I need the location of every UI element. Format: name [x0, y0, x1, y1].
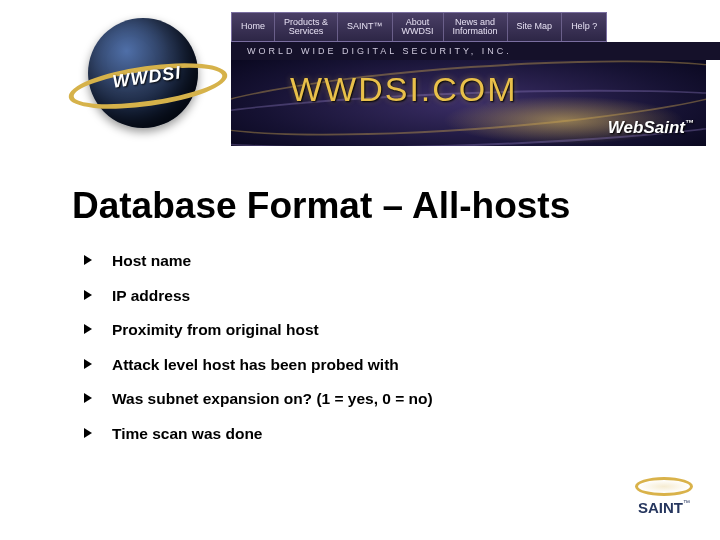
websaint-label: WebSaint™	[608, 118, 694, 138]
list-item: IP address	[84, 287, 433, 305]
nav-help[interactable]: Help ?	[562, 13, 606, 41]
nav-sitemap[interactable]: Site Map	[508, 13, 563, 41]
bullet-list: Host name IP address Proximity from orig…	[84, 252, 433, 459]
list-item: Attack level host has been probed with	[84, 356, 433, 374]
nav-news[interactable]: News and Information	[444, 13, 508, 41]
top-nav: Home Products & Services SAINT™ About WW…	[231, 12, 607, 42]
nav-products-services[interactable]: Products & Services	[275, 13, 338, 41]
page-title: Database Format – All-hosts	[72, 185, 570, 227]
list-item: Proximity from original host	[84, 321, 433, 339]
trademark-symbol: ™	[685, 118, 694, 128]
globe-logo: WWDSI	[78, 8, 208, 138]
saint-logo-label: SAINT	[638, 499, 683, 516]
trademark-symbol: ™	[683, 499, 690, 506]
halo-icon	[635, 477, 693, 496]
company-tagline: WORLD WIDE DIGITAL SECURITY, INC.	[231, 42, 720, 60]
nav-home[interactable]: Home	[232, 13, 275, 41]
domain-label: WWDSI.COM	[290, 70, 518, 109]
nav-saint[interactable]: SAINT™	[338, 13, 393, 41]
websaint-text: WebSaint	[608, 118, 685, 137]
list-item: Time scan was done	[84, 425, 433, 443]
nav-about[interactable]: About WWDSI	[393, 13, 444, 41]
saint-footer-logo: SAINT™	[632, 477, 696, 516]
list-item: Host name	[84, 252, 433, 270]
list-item: Was subnet expansion on? (1 = yes, 0 = n…	[84, 390, 433, 408]
header-banner: WWDSI Home Products & Services SAINT™ Ab…	[0, 0, 720, 150]
saint-logo-text: SAINT™	[632, 499, 696, 516]
